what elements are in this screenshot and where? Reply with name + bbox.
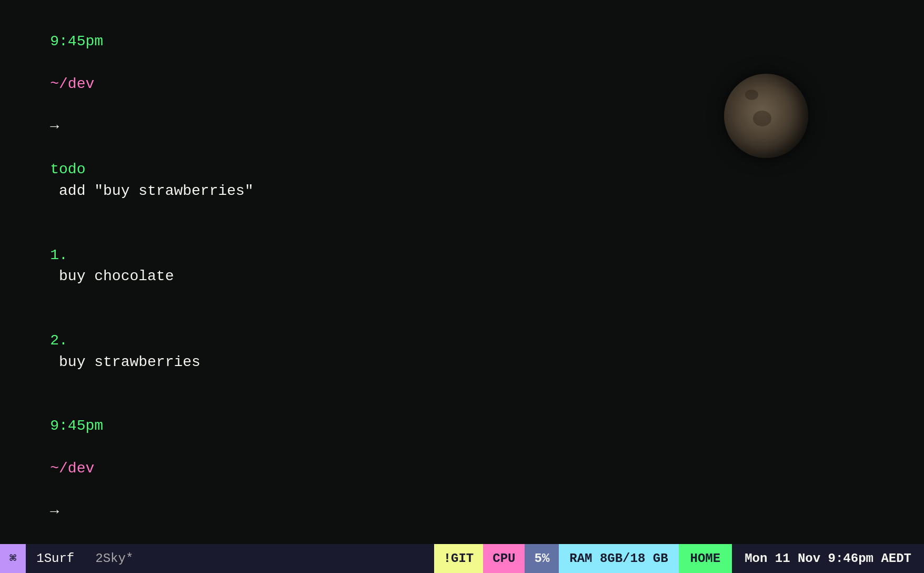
- statusbar-cpu-value: 5%: [525, 544, 559, 573]
- statusbar-window-1[interactable]: 1 Surf: [26, 544, 85, 573]
- path-1: ~/dev: [50, 76, 94, 92]
- terminal-line-3: 2. buy strawberries: [15, 309, 909, 394]
- arrow-1: →: [50, 118, 59, 135]
- statusbar-ram: RAM 8GB/18 GB: [559, 544, 678, 573]
- statusbar: ⌘ 1 Surf 2 Sky * !GIT CPU 5% RAM 8GB/18 …: [0, 544, 924, 573]
- terminal-line-2: 1. buy chocolate: [15, 223, 909, 309]
- statusbar-git: !GIT: [434, 544, 484, 573]
- tmux-icon: ⌘: [0, 544, 26, 573]
- statusbar-cpu-label: CPU: [483, 544, 525, 573]
- statusbar-datetime: Mon 11 Nov 9:46pm AEDT: [732, 544, 924, 573]
- time-1: 9:45pm: [50, 33, 103, 50]
- statusbar-home: HOME: [679, 544, 732, 573]
- terminal-line-1: 9:45pm ~/dev → todo add "buy strawberrie…: [15, 9, 909, 223]
- statusbar-window-2[interactable]: 2 Sky *: [85, 544, 144, 573]
- terminal-content[interactable]: 9:45pm ~/dev → todo add "buy strawberrie…: [0, 0, 924, 544]
- todo-cmd-1: todo: [50, 161, 85, 177]
